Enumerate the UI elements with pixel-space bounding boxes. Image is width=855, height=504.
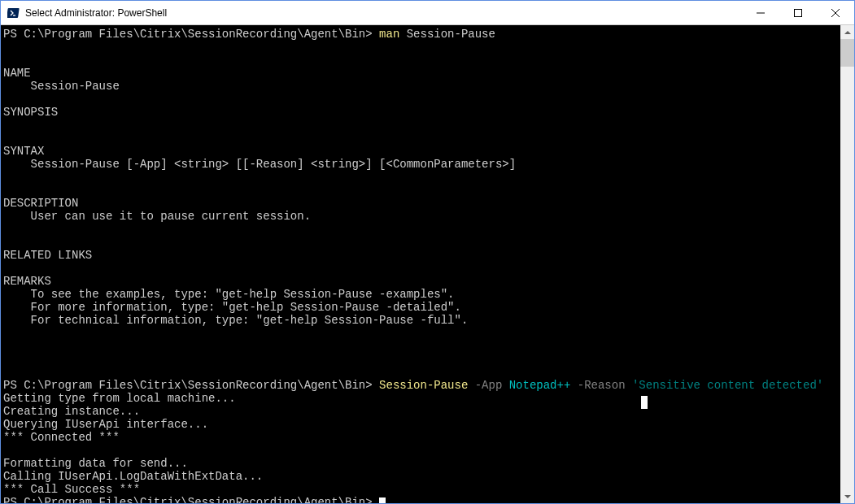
prompt-text: PS C:\Program Files\Citrix\SessionRecord… — [3, 28, 379, 41]
man-text: For technical information, type: "get-he… — [3, 314, 468, 327]
scrollbar-thumb[interactable] — [840, 39, 854, 67]
man-text: For more information, type: "get-help Se… — [3, 301, 461, 314]
window-title: Select Administrator: PowerShell — [25, 7, 742, 19]
scroll-up-button[interactable] — [840, 25, 854, 39]
output-line: Creating instance... — [3, 405, 140, 418]
output-line: *** Call Success *** — [3, 483, 140, 496]
minimize-button[interactable] — [742, 1, 779, 25]
vertical-scrollbar[interactable] — [840, 25, 854, 503]
scroll-down-button[interactable] — [840, 489, 854, 503]
man-section-header: SYNOPSIS — [3, 106, 58, 119]
scrollbar-track[interactable] — [840, 39, 854, 489]
svg-rect-3 — [795, 9, 802, 16]
terminal-output[interactable]: PS C:\Program Files\Citrix\SessionRecord… — [1, 25, 840, 503]
man-section-header: SYNTAX — [3, 145, 44, 158]
command-arg: Session-Pause — [399, 28, 495, 41]
content-wrap: PS C:\Program Files\Citrix\SessionRecord… — [1, 25, 854, 503]
man-text: Session-Pause [-App] <string> [[-Reason]… — [3, 158, 516, 171]
svg-marker-7 — [844, 495, 851, 498]
command-keyword: Session-Pause — [379, 379, 468, 392]
man-section-header: REMARKS — [3, 275, 51, 288]
command-keyword: man — [379, 28, 399, 41]
man-section-header: DESCRIPTION — [3, 197, 78, 210]
selection-cursor-icon — [641, 396, 648, 409]
close-button[interactable] — [817, 1, 854, 25]
output-line: Formatting data for send... — [3, 457, 188, 470]
output-line: *** Connected *** — [3, 431, 120, 444]
output-line: Getting type from local machine... — [3, 392, 236, 405]
man-text: User can use it to pause current session… — [3, 210, 311, 223]
man-section-header: NAME — [3, 67, 31, 80]
prompt-text: PS C:\Program Files\Citrix\SessionRecord… — [3, 496, 379, 503]
maximize-button[interactable] — [779, 1, 817, 25]
man-text: Session-Pause — [3, 80, 120, 93]
man-section-header: RELATED LINKS — [3, 249, 92, 262]
window-controls — [742, 1, 854, 25]
command-param: -App — [468, 379, 502, 392]
cursor-icon — [379, 497, 386, 503]
prompt-text: PS C:\Program Files\Citrix\SessionRecord… — [3, 379, 379, 392]
svg-marker-6 — [844, 31, 851, 34]
output-line: Calling IUserApi.LogDataWithExtData... — [3, 470, 263, 483]
command-param: -Reason — [570, 379, 625, 392]
command-string: 'Sensitive content detected' — [626, 379, 824, 392]
command-arg: Notepad++ — [502, 379, 570, 392]
output-line: Querying IUserApi interface... — [3, 418, 208, 431]
titlebar[interactable]: Select Administrator: PowerShell — [1, 1, 854, 25]
man-text: To see the examples, type: "get-help Ses… — [3, 288, 455, 301]
powershell-icon — [7, 7, 20, 20]
